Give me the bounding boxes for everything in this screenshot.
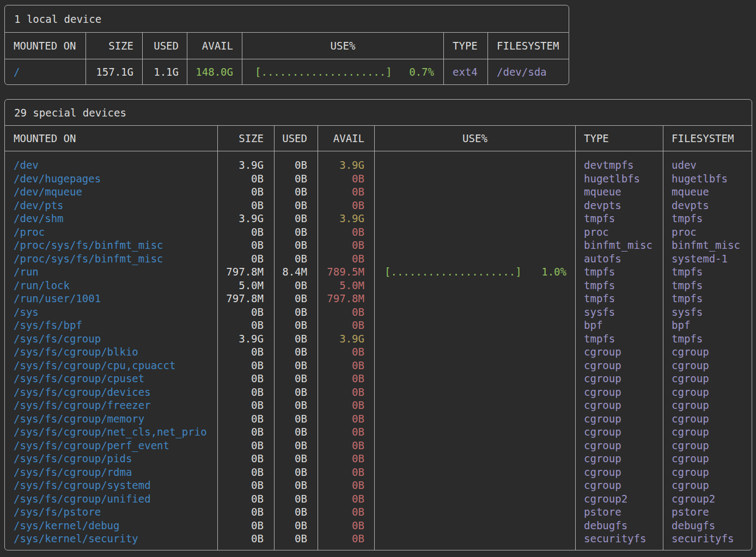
cell-fs: systemd-1 [663, 252, 752, 266]
cell-use [375, 466, 575, 479]
cell-size: 3.9G [218, 212, 274, 225]
column-mount: / [5, 59, 86, 84]
cell-size: 0B [218, 399, 274, 412]
cell-size: 3.9G [218, 332, 274, 346]
cell-type: cgroup [576, 359, 663, 372]
cell-used: 0B [275, 412, 318, 426]
cell-type: mqueue [576, 185, 663, 199]
cell-type: pstore [576, 505, 663, 519]
cell-avail: 0B [318, 252, 374, 266]
cell-size: 0B [218, 372, 274, 385]
cell-used: 0B [275, 532, 318, 546]
cell-type: tmpfs [576, 332, 663, 346]
cell-avail: 0B [318, 439, 374, 452]
column-used: 1.1G [143, 59, 187, 84]
cell-fs: cgroup [663, 425, 752, 439]
cell-type: hugetlbfs [576, 172, 663, 186]
cell-avail: 0B [318, 505, 374, 519]
cell-mount: /sys/fs/cgroup/devices [5, 385, 217, 399]
cell-size: 5.0M [218, 279, 274, 292]
cell-fs: /dev/sda [488, 59, 569, 84]
cell-size: 0B [218, 466, 274, 479]
special-devices-table: 29 special devices MOUNTED ON SIZE USED … [4, 99, 752, 550]
cell-avail: 0B [318, 199, 374, 212]
column-size: 3.9G0B0B0B3.9G0B0B0B797.8M5.0M797.8M0B0B… [218, 151, 275, 550]
cell-use [375, 492, 575, 506]
cell-mount: /sys/fs/cgroup/unified [5, 492, 217, 506]
cell-type: autofs [576, 252, 663, 266]
cell-mount: /sys/fs/cgroup/freezer [5, 399, 217, 412]
cell-use [375, 479, 575, 492]
cell-fs: tmpfs [663, 279, 752, 292]
cell-avail: 0B [318, 185, 374, 199]
cell-avail: 0B [318, 492, 374, 506]
cell-used: 0B [275, 332, 318, 346]
special-devices-header-row: MOUNTED ON SIZE USED AVAIL USE% TYPE FIL… [5, 126, 752, 151]
cell-use [375, 252, 575, 266]
cell-size: 0B [218, 185, 274, 199]
cell-fs: tmpfs [663, 332, 752, 346]
cell-use [375, 412, 575, 426]
column-type: devtmpfshugetlbfsmqueuedevptstmpfsprocbi… [576, 151, 663, 550]
cell-used: 0B [275, 185, 318, 199]
cell-type: cgroup [576, 372, 663, 385]
column-size: 157.1G [86, 59, 143, 84]
cell-mount: /proc/sys/fs/binfmt_misc [5, 252, 217, 266]
cell-size: 0B [218, 532, 274, 546]
cell-type: cgroup [576, 399, 663, 412]
local-devices-header-row: MOUNTED ON SIZE USED AVAIL USE% TYPE FIL… [5, 33, 569, 59]
local-devices-title: 1 local device [5, 5, 569, 33]
header-use-percent: USE% [375, 126, 576, 151]
cell-avail: 0B [318, 466, 374, 479]
cell-mount: /sys/fs/cgroup/memory [5, 412, 217, 426]
cell-avail: 0B [318, 372, 374, 385]
cell-avail: 789.5M [318, 265, 374, 279]
cell-type: cgroup [576, 412, 663, 426]
cell-type: cgroup [576, 479, 663, 492]
cell-avail: 0B [318, 519, 374, 532]
cell-used: 0B [275, 345, 318, 359]
column-used: 0B0B0B0B0B0B0B0B8.4M0B0B0B0B0B0B0B0B0B0B… [275, 151, 318, 550]
cell-fs: tmpfs [663, 212, 752, 225]
cell-fs: cgroup [663, 399, 752, 412]
cell-use [375, 359, 575, 372]
cell-avail: 3.9G [318, 332, 374, 346]
cell-mount: /sys [5, 305, 217, 319]
column-mount: /dev/dev/hugepages/dev/mqueue/dev/pts/de… [5, 151, 218, 550]
cell-type: cgroup [576, 425, 663, 439]
cell-type: cgroup [576, 452, 663, 466]
cell-used: 0B [275, 452, 318, 466]
cell-use [375, 399, 575, 412]
header-mounted-on: MOUNTED ON [5, 126, 218, 151]
cell-mount: /sys/fs/bpf [5, 319, 217, 332]
cell-type: sysfs [576, 305, 663, 319]
cell-use [375, 185, 575, 199]
cell-fs: cgroup [663, 479, 752, 492]
cell-fs: binfmt_misc [663, 238, 752, 252]
usage-bar: [....................] [385, 265, 522, 279]
column-use: [....................]1.0% [375, 151, 576, 550]
cell-used: 0B [275, 372, 318, 385]
cell-used: 0B [275, 385, 318, 399]
cell-type: proc [576, 225, 663, 239]
cell-used: 0B [275, 172, 318, 186]
local-devices-body: /157.1G1.1G148.0G[....................]0… [5, 59, 569, 84]
cell-mount: /sys/kernel/security [5, 532, 217, 546]
cell-size: 3.9G [218, 158, 274, 172]
cell-avail: 0B [318, 452, 374, 466]
cell-fs: udev [663, 158, 752, 172]
cell-use [375, 372, 575, 385]
cell-fs: mqueue [663, 185, 752, 199]
header-size: SIZE [218, 126, 275, 151]
cell-fs: bpf [663, 319, 752, 332]
cell-type: tmpfs [576, 265, 663, 279]
cell-use [375, 532, 575, 546]
cell-mount: /sys/fs/cgroup [5, 332, 217, 346]
cell-fs: cgroup [663, 439, 752, 452]
cell-mount: /dev/mqueue [5, 185, 217, 199]
cell-size: 0B [218, 172, 274, 186]
cell-fs: debugfs [663, 519, 752, 532]
cell-used: 0B [275, 238, 318, 252]
column-avail: 148.0G [187, 59, 242, 84]
cell-avail: 0B [318, 532, 374, 546]
